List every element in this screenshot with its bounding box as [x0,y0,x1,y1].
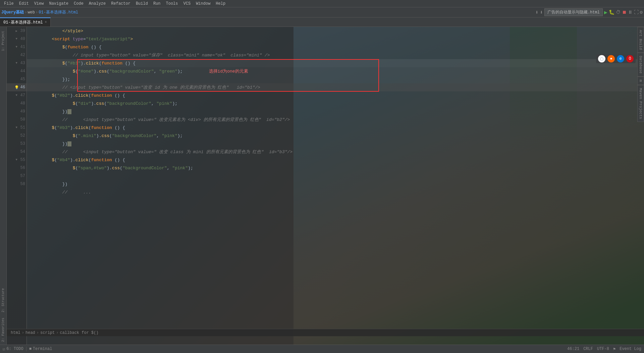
tab-bar: 01-基本选择器.html × [0,17,644,27]
sidebar-structure[interactable]: 2: Structure [1,285,6,315]
code-line-49: }) [27,107,644,116]
tab-close-button[interactable]: × [45,20,47,24]
pause-button[interactable]: ⏸ [628,10,633,15]
code-line-41: $(function () { [27,43,644,51]
menu-file[interactable]: File [1,0,16,7]
line-44: 44 [7,67,26,75]
line-46: 💡46 [7,83,26,91]
bottom-breadcrumb: html › head › script › callback for $() [7,329,644,336]
event-log-label[interactable]: Event Log [620,347,641,351]
main-layout: 1: Project 2: Structure 2: Favorites ▶39… [0,27,644,345]
opera-icon[interactable]: O [626,55,634,62]
line-56: 56 [7,164,26,172]
code-container: ▶39 ▼40 ▼41 42 ▼43 44 45 💡46 ▼47 48 49 5… [7,27,644,345]
editor-area: ▶39 ▼40 ▼41 42 ▼43 44 45 💡46 ▼47 48 49 5… [7,27,644,345]
cursor-position: 46:21 [567,347,579,351]
breadcrumb-file[interactable]: 01-基本选择器.html [39,9,78,15]
encoding-type[interactable]: UTF-8 [597,347,609,351]
m-tab[interactable]: m [637,77,644,85]
toolbar-breadcrumb: JQuery基础 › web › 01-基本选择器.html [1,9,78,15]
code-line-44: $("#one").css("backgroundColor", "green"… [27,67,644,75]
art-build-tab[interactable]: Art Build [637,27,644,53]
separator [26,347,26,351]
menu-vcs[interactable]: VCS [181,0,194,7]
profile-button[interactable]: ⏱ [616,10,621,15]
status-left: ☑ 6: TODO ■ Terminal [3,347,52,352]
line-58: 58 [7,180,26,188]
settings-icon[interactable]: ⚙ [640,9,643,15]
breadcrumb-web[interactable]: web [28,10,35,15]
breadcrumb-project[interactable]: JQuery基础 [1,9,24,15]
bc-head[interactable]: head [25,330,35,335]
menu-run[interactable]: Run [151,0,163,7]
line-number-gutter: ▶39 ▼40 ▼41 42 ▼43 44 45 💡46 ▼47 48 49 5… [7,27,27,345]
browser-icons-bar: ◯ ● e O [596,54,636,63]
active-file-name[interactable]: 广告的自动显示与隐藏.html [544,8,603,16]
toolbar-right: ⬇ ⬇ 广告的自动显示与隐藏.html ▶ 🐛 ⏱ ⏹ ⏸ ⛶ ⚙ [535,8,643,16]
line-39: ▶39 [7,27,26,35]
line-40: ▼40 [7,35,26,43]
firefox-icon[interactable]: ● [607,55,615,62]
code-line-54: // <input type="button" value=" 改变 class… [27,148,644,156]
menu-code[interactable]: Code [71,0,86,7]
code-line-39: </style> [27,27,644,35]
menu-edit[interactable]: Edit [16,0,32,7]
line-52: 52 [7,132,26,140]
todo-button[interactable]: ☑ 6: TODO [3,347,23,352]
todo-label: 6: TODO [6,347,23,351]
menu-build[interactable]: Build [133,0,151,7]
menu-view[interactable]: View [32,0,47,7]
stop-button[interactable]: ⏹ [622,10,627,15]
line-43: ▼43 [7,59,26,67]
expand-button[interactable]: ⛶ [634,10,639,15]
bc-callback[interactable]: callback for $() [60,330,98,335]
line-sep-type[interactable]: CRLF [583,347,593,351]
menu-window[interactable]: Window [193,0,213,7]
nav-fwd-icon[interactable]: ⬇ [540,9,543,16]
code-line-56: $("span,#two").css("backgroundColor", "p… [27,164,644,172]
menu-help[interactable]: Help [213,0,228,7]
sidebar-favorites[interactable]: 2: Favorites [1,315,6,345]
bc-script[interactable]: script [40,330,55,335]
code-line-40: <script type="text/javascript"> [27,35,644,43]
code-line-43: $("#b1").click(function () { [27,59,644,67]
menu-analyze[interactable]: Analyze [86,0,108,7]
terminal-button[interactable]: ■ Terminal [29,347,52,351]
line-47: ▼47 [7,91,26,99]
code-content[interactable]: </style> <script type="text/javascript">… [27,27,644,345]
code-line-45: }); [27,75,644,83]
line-49: 49 [7,107,26,116]
tab-label: 01-基本选择器.html [3,19,43,25]
debug-button[interactable]: 🐛 [609,9,614,15]
line-42: 42 [7,51,26,59]
status-right: 46:21 CRLF UTF-8 ⚑ Event Log [567,347,641,352]
event-log-icon: ⚑ [613,347,615,352]
code-line-59: // ... [27,188,644,196]
nav-back-icon[interactable]: ⬇ [535,9,539,16]
line-50: 50 [7,116,26,124]
v-tabs-panel: Art Build Database m Maven Projects [637,27,644,122]
ie-icon[interactable]: e [617,55,624,62]
code-line-52: $(".mini").css("backgroundColor", "pink"… [27,132,644,140]
tab-main-file[interactable]: 01-基本选择器.html × [0,17,51,27]
maven-projects-tab[interactable]: Maven Projects [637,85,644,122]
database-tab[interactable]: Database [637,53,644,77]
terminal-icon: ■ [29,347,32,351]
terminal-label: Terminal [33,347,52,351]
code-line-47: $("#b2").click(function () { [27,91,644,99]
run-button[interactable]: ▶ [604,9,607,16]
chrome-icon[interactable]: ◯ [598,55,605,62]
menu-refactor[interactable]: Refactor [108,0,133,7]
code-line-42: // input type="button" value="保存" class=… [27,51,644,59]
toolbar: JQuery基础 › web › 01-基本选择器.html ⬇ ⬇ 广告的自动… [0,7,644,17]
code-line-50: // <input type="button" value=" 改变元素名为 <… [27,116,644,124]
line-54: 54 [7,148,26,156]
menu-tools[interactable]: Tools [163,0,181,7]
code-line-46: // <input type="button" value="改变 id 为 o… [27,83,644,91]
bc-html[interactable]: html [11,330,20,335]
sidebar-project[interactable]: 1: Project [1,28,6,54]
code-line-55: $("#b4").click(function () { [27,156,644,164]
menu-navigate[interactable]: Navigate [46,0,71,7]
sidebar-left: 1: Project 2: Structure 2: Favorites [0,27,7,345]
status-bar: ☑ 6: TODO ■ Terminal 46:21 CRLF UTF-8 ⚑ … [0,345,644,353]
